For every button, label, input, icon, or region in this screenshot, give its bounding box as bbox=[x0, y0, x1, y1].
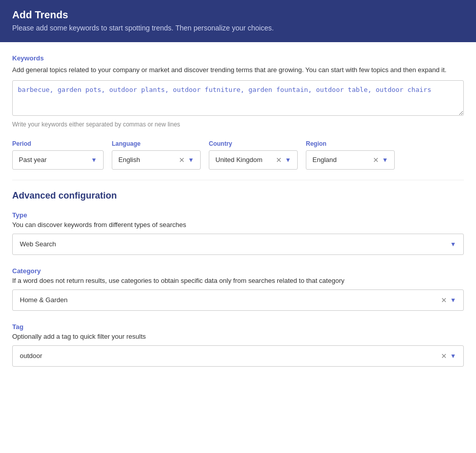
language-label: Language bbox=[112, 140, 201, 147]
chevron-down-icon: ▼ bbox=[450, 241, 456, 248]
region-select[interactable]: England ✕ ▼ bbox=[306, 150, 395, 170]
period-value: Past year bbox=[19, 156, 47, 164]
tag-label: Tag bbox=[12, 323, 464, 331]
chevron-down-icon: ▼ bbox=[450, 297, 456, 304]
tag-clear-icon[interactable]: ✕ bbox=[441, 352, 447, 360]
type-label: Type bbox=[12, 211, 464, 219]
category-label: Category bbox=[12, 267, 464, 275]
category-select[interactable]: Home & Garden ✕ ▼ bbox=[12, 289, 464, 311]
language-value: English bbox=[118, 156, 140, 164]
chevron-down-icon: ▼ bbox=[382, 156, 388, 164]
header-title: Add Trends bbox=[12, 9, 464, 21]
keywords-hint: Write your keywords either separated by … bbox=[12, 121, 464, 128]
region-filter: Region England ✕ ▼ bbox=[306, 140, 395, 170]
type-value: Web Search bbox=[20, 240, 56, 248]
region-label: Region bbox=[306, 140, 395, 147]
divider bbox=[12, 180, 464, 180]
header: Add Trends Please add some keywords to s… bbox=[0, 0, 476, 42]
keywords-textarea[interactable]: barbecue, garden pots, outdoor plants, o… bbox=[12, 80, 464, 116]
type-select[interactable]: Web Search ▼ bbox=[12, 234, 464, 255]
language-select[interactable]: English ✕ ▼ bbox=[112, 150, 201, 170]
advanced-title: Advanced configuration bbox=[12, 190, 464, 201]
keywords-section: Keywords Add general topics related to y… bbox=[12, 54, 464, 128]
language-filter: Language English ✕ ▼ bbox=[112, 140, 201, 170]
tag-select[interactable]: outdoor ✕ ▼ bbox=[12, 345, 464, 367]
chevron-down-icon: ▼ bbox=[91, 156, 97, 164]
category-clear-icon[interactable]: ✕ bbox=[441, 296, 447, 304]
header-subtitle: Please add some keywords to start spotti… bbox=[12, 24, 464, 32]
country-value: United Kingdom bbox=[215, 156, 263, 164]
chevron-down-icon: ▼ bbox=[285, 156, 291, 164]
country-filter: Country United Kingdom ✕ ▼ bbox=[209, 140, 298, 170]
tag-description: Optionally add a tag to quick filter you… bbox=[12, 333, 464, 340]
filters-row: Period Past year ▼ Language English ✕ ▼ bbox=[12, 140, 464, 170]
chevron-down-icon: ▼ bbox=[450, 352, 456, 360]
region-clear-icon[interactable]: ✕ bbox=[373, 156, 379, 164]
region-value: England bbox=[312, 156, 337, 164]
country-select[interactable]: United Kingdom ✕ ▼ bbox=[209, 150, 298, 170]
category-group: Category If a word does not return resul… bbox=[12, 267, 464, 311]
language-clear-icon[interactable]: ✕ bbox=[179, 156, 185, 164]
keywords-label: Keywords bbox=[12, 54, 464, 62]
period-select[interactable]: Past year ▼ bbox=[12, 150, 104, 170]
country-clear-icon[interactable]: ✕ bbox=[276, 156, 282, 164]
tag-group: Tag Optionally add a tag to quick filter… bbox=[12, 323, 464, 367]
type-group: Type You can discover keywords from diff… bbox=[12, 211, 464, 255]
tag-value: outdoor bbox=[20, 352, 42, 360]
period-label: Period bbox=[12, 140, 104, 147]
advanced-section: Advanced configuration Type You can disc… bbox=[12, 190, 464, 367]
category-value: Home & Garden bbox=[20, 296, 68, 304]
country-label: Country bbox=[209, 140, 298, 147]
chevron-down-icon: ▼ bbox=[188, 156, 194, 164]
category-description: If a word does not return results, use c… bbox=[12, 277, 464, 284]
keywords-description: Add general topics related to your compa… bbox=[12, 65, 464, 75]
period-filter: Period Past year ▼ bbox=[12, 140, 104, 170]
type-description: You can discover keywords from different… bbox=[12, 221, 464, 229]
